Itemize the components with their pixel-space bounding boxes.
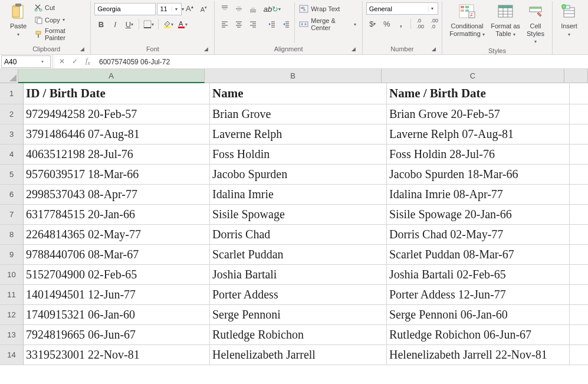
cell[interactable]: [570, 325, 588, 345]
row-header[interactable]: 7: [0, 205, 24, 225]
column-header[interactable]: [564, 69, 588, 83]
cancel-formula-button[interactable]: ✕: [57, 57, 67, 65]
align-center-button[interactable]: [232, 18, 245, 31]
row-header[interactable]: 10: [0, 265, 24, 285]
cell[interactable]: Jacobo Spurden 18-Mar-66: [387, 165, 570, 185]
chevron-down-icon[interactable]: ▾: [172, 6, 180, 12]
percent-button[interactable]: %: [380, 17, 393, 30]
cell[interactable]: Porter Addess 12-Jun-77: [387, 285, 570, 305]
enter-formula-button[interactable]: ✓: [70, 57, 80, 65]
cell[interactable]: Name: [210, 83, 387, 104]
number-format-input[interactable]: [367, 3, 428, 14]
cell[interactable]: Brian Grove: [210, 104, 387, 124]
select-all-corner[interactable]: [0, 69, 18, 83]
cell[interactable]: [570, 185, 588, 205]
cell[interactable]: Rutledge Robichon: [210, 325, 387, 345]
cut-button[interactable]: Cut: [32, 1, 87, 14]
bold-button[interactable]: B: [94, 18, 107, 31]
decrease-indent-button[interactable]: [265, 18, 278, 31]
accounting-format-button[interactable]: $▾: [366, 17, 379, 30]
column-header[interactable]: B: [205, 69, 382, 83]
conditional-formatting-button[interactable]: ≠ Conditional Formatting ▾: [446, 1, 488, 38]
cell[interactable]: Jacobo Spurden: [210, 165, 387, 185]
dialog-launcher-alignment[interactable]: ◢: [350, 45, 357, 52]
cell[interactable]: 4063512198 28-Jul-76: [24, 145, 210, 165]
cell[interactable]: Sisile Spowage: [210, 205, 387, 225]
decrease-decimal-button[interactable]: .00.0: [428, 17, 441, 30]
cell[interactable]: Sisile Spowage 20-Jan-66: [387, 205, 570, 225]
cell[interactable]: 1740915321 06-Jan-60: [24, 305, 210, 325]
cell[interactable]: [570, 104, 588, 124]
cell[interactable]: 5152704900 02-Feb-65: [24, 265, 210, 285]
row-header[interactable]: 4: [0, 145, 24, 165]
cell[interactable]: 7924819665 06-Jun-67: [24, 325, 210, 345]
cell[interactable]: Name / Birth Date: [387, 83, 570, 104]
cell[interactable]: Rutledge Robichon 06-Jun-67: [387, 325, 570, 345]
align-right-button[interactable]: [247, 18, 259, 31]
column-header[interactable]: A: [18, 69, 205, 83]
cell[interactable]: 9788440706 08-Mar-67: [24, 245, 210, 265]
formula-input[interactable]: 6007574059 06-Jul-72: [96, 58, 588, 66]
wrap-text-button[interactable]: ab Wrap Text: [297, 2, 358, 15]
cell[interactable]: Joshia Bartali: [210, 265, 387, 285]
fx-button[interactable]: fx: [83, 57, 93, 66]
column-header[interactable]: C: [382, 69, 564, 83]
name-box-input[interactable]: [2, 58, 40, 66]
increase-indent-button[interactable]: [280, 18, 293, 31]
format-as-table-button[interactable]: Format as Table ▾: [488, 1, 523, 38]
dialog-launcher-clipboard[interactable]: ◢: [78, 45, 86, 52]
font-size-combo[interactable]: ▾: [157, 3, 182, 15]
row-header[interactable]: 6: [0, 185, 24, 205]
cell[interactable]: Foss Holdin: [210, 145, 387, 165]
cell[interactable]: Helenelizabeth Jarrell: [210, 345, 387, 365]
cell[interactable]: 9576039517 18-Mar-66: [24, 165, 210, 185]
dialog-launcher-font[interactable]: ◢: [202, 45, 209, 52]
cell[interactable]: [570, 305, 588, 325]
cell[interactable]: Brian Grove 20-Feb-57: [387, 104, 570, 124]
underline-button[interactable]: U▾: [123, 18, 136, 31]
align-left-button[interactable]: [218, 18, 231, 31]
cell[interactable]: [570, 345, 588, 365]
cell[interactable]: Helenelizabeth Jarrell 22-Nov-81: [387, 345, 570, 365]
fill-color-button[interactable]: ▾: [162, 18, 175, 31]
cell[interactable]: 6317784515 20-Jan-66: [24, 205, 210, 225]
cell[interactable]: Idalina Imrie: [210, 185, 387, 205]
cell[interactable]: Serge Pennoni 06-Jan-60: [387, 305, 570, 325]
cell[interactable]: ID / Birth Date: [24, 83, 210, 104]
cell-styles-button[interactable]: Cell Styles ▾: [523, 1, 548, 46]
cell[interactable]: Joshia Bartali 02-Feb-65: [387, 265, 570, 285]
cell[interactable]: [570, 265, 588, 285]
cell[interactable]: 9729494258 20-Feb-57: [24, 104, 210, 124]
font-color-button[interactable]: A▾: [176, 18, 189, 31]
cell[interactable]: Dorris Chad 02-May-77: [387, 225, 570, 245]
name-box[interactable]: ▾: [1, 55, 51, 68]
align-top-button[interactable]: [218, 2, 231, 15]
comma-button[interactable]: ,: [395, 17, 408, 30]
cell[interactable]: [570, 124, 588, 145]
paste-button[interactable]: Paste▾: [6, 1, 31, 38]
cell[interactable]: [570, 285, 588, 305]
increase-font-button[interactable]: A▴: [183, 2, 196, 15]
copy-button[interactable]: Copy ▾: [32, 14, 87, 26]
cell[interactable]: [570, 205, 588, 225]
cell[interactable]: [570, 165, 588, 185]
row-header[interactable]: 8: [0, 225, 24, 245]
row-header[interactable]: 5: [0, 165, 24, 185]
cell[interactable]: Laverne Relph 07-Aug-81: [387, 124, 570, 145]
insert-button[interactable]: + Insert▾: [556, 1, 582, 38]
row-header[interactable]: 13: [0, 325, 24, 345]
align-middle-button[interactable]: [232, 2, 245, 15]
borders-button[interactable]: ▾: [142, 18, 155, 31]
merge-center-button[interactable]: Merge & Center ▾: [297, 16, 358, 32]
row-header[interactable]: 2: [0, 104, 24, 124]
cell[interactable]: Foss Holdin 28-Jul-76: [387, 145, 570, 165]
cell[interactable]: Laverne Relph: [210, 124, 387, 145]
row-header[interactable]: 11: [0, 285, 24, 305]
row-header[interactable]: 9: [0, 245, 24, 265]
font-size-input[interactable]: [157, 4, 172, 15]
chevron-down-icon[interactable]: ▾: [40, 59, 45, 64]
dialog-launcher-number[interactable]: ◢: [430, 45, 437, 52]
cell[interactable]: [570, 225, 588, 245]
cell[interactable]: Idalina Imrie 08-Apr-77: [387, 185, 570, 205]
row-header[interactable]: 1: [0, 83, 24, 104]
